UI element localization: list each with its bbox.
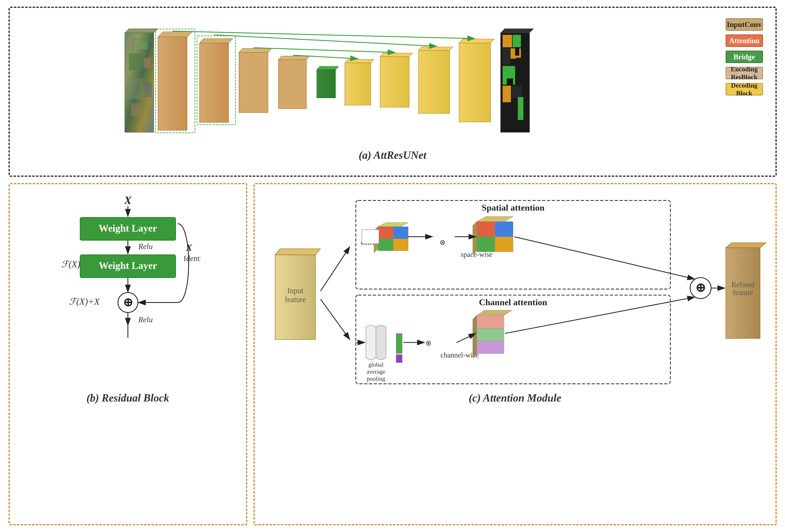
attention-panel: Spatial attention Channel attention Inpu… (253, 183, 777, 525)
bridge-block (317, 66, 338, 98)
svg-text:⊕: ⊕ (695, 281, 706, 294)
svg-rect-28 (317, 70, 335, 98)
svg-rect-6 (144, 58, 151, 68)
svg-rect-55 (515, 47, 519, 56)
legend-item-inputconv: InputConv (726, 18, 763, 31)
svg-text:⊕: ⊕ (123, 296, 133, 309)
svg-text:X: X (185, 243, 193, 253)
svg-rect-104 (495, 237, 513, 252)
network-diagram (123, 16, 662, 145)
svg-rect-54 (507, 78, 513, 85)
svg-rect-52 (503, 103, 517, 122)
dec-block-3 (419, 47, 453, 113)
svg-text:Relu: Relu (138, 315, 153, 324)
legend-box-bridge: Bridge (726, 51, 763, 63)
svg-marker-36 (419, 47, 453, 50)
svg-rect-40 (459, 43, 490, 122)
svg-rect-53 (518, 97, 524, 120)
svg-rect-51 (512, 86, 522, 98)
svg-rect-50 (503, 86, 511, 102)
svg-text:Weight Layer: Weight Layer (99, 223, 157, 234)
svg-rect-117 (477, 341, 504, 353)
svg-rect-7 (127, 78, 144, 99)
svg-line-88 (320, 247, 350, 291)
svg-text:Channel attention: Channel attention (479, 297, 547, 307)
svg-rect-9 (131, 103, 142, 116)
legend-label-bridge: Bridge (734, 53, 755, 61)
output-image (501, 29, 534, 132)
top-panel-title: (a) AttResUNet (359, 149, 426, 161)
svg-text:⊗: ⊗ (425, 339, 431, 347)
svg-rect-96 (393, 239, 408, 251)
svg-text:Weight Layer: Weight Layer (99, 260, 157, 271)
svg-text:feature: feature (733, 289, 753, 297)
svg-rect-102 (495, 221, 513, 237)
main-container: InputConv Attention Bridge Encoding ResB… (8, 7, 777, 525)
svg-text:X: X (124, 194, 132, 206)
residual-panel: X Weight Layer Relu ℱ(X) Weight Layer (8, 183, 247, 525)
svg-rect-45 (513, 35, 521, 47)
svg-rect-8 (146, 83, 152, 97)
svg-marker-39 (459, 39, 494, 43)
svg-rect-103 (477, 237, 495, 252)
svg-text:Relu: Relu (138, 242, 153, 251)
svg-marker-13 (158, 32, 192, 37)
svg-text:pooling: pooling (366, 375, 385, 382)
svg-marker-114 (473, 315, 477, 358)
svg-rect-22 (239, 53, 268, 113)
legend-label-decoding: Decoding Block (726, 81, 762, 97)
input-image (125, 29, 158, 132)
svg-marker-30 (345, 59, 374, 63)
svg-marker-24 (278, 56, 309, 60)
svg-text:feature: feature (285, 295, 306, 304)
svg-text:Input: Input (287, 286, 304, 295)
svg-rect-101 (477, 221, 495, 237)
attention-diagram: Spatial attention Channel attention Inpu… (263, 192, 767, 390)
legend-item-decoding: Decoding Block (726, 83, 763, 96)
svg-rect-14 (158, 37, 187, 130)
svg-marker-21 (239, 48, 272, 53)
svg-rect-44 (503, 35, 512, 47)
residual-block-title: (b) Residual Block (86, 392, 169, 404)
svg-marker-33 (380, 53, 412, 57)
channel-gap: global average pooling (366, 325, 386, 382)
refined-feature-3d: Refined feature (726, 243, 766, 339)
svg-rect-31 (345, 63, 371, 105)
legend-box-attention: Attention (726, 34, 763, 47)
svg-rect-49 (516, 58, 523, 83)
dec-block-4 (459, 39, 494, 122)
svg-rect-46 (503, 48, 510, 65)
legend-label-attention: Attention (729, 36, 759, 45)
legend-item-bridge: Bridge (726, 51, 763, 63)
svg-marker-100 (473, 221, 477, 255)
enc-block-3 (239, 48, 272, 113)
svg-text:average: average (366, 368, 385, 375)
svg-text:⊗: ⊗ (439, 238, 445, 246)
svg-text:Identity: Identity (183, 254, 201, 263)
spatial-result-cube (473, 217, 513, 255)
legend-item-encoding: Encoding ResBlock (726, 67, 763, 79)
svg-text:Refined: Refined (731, 281, 755, 289)
svg-rect-18 (200, 43, 229, 123)
legend-box-encoding: Encoding ResBlock (726, 67, 763, 79)
svg-marker-42 (501, 29, 534, 33)
svg-rect-109 (396, 334, 402, 353)
svg-text:Spatial attention: Spatial attention (481, 203, 545, 212)
svg-rect-110 (396, 354, 402, 363)
svg-marker-123 (726, 243, 766, 248)
dec-block-1 (345, 59, 374, 105)
svg-rect-131 (362, 230, 379, 244)
legend-item-attention: Attention (726, 34, 763, 47)
svg-rect-116 (477, 328, 504, 341)
svg-rect-34 (380, 57, 409, 107)
legend-box-decoding: Decoding Block (726, 83, 763, 96)
svg-marker-84 (275, 249, 321, 255)
enc-block-2 (200, 38, 233, 123)
svg-rect-37 (419, 50, 450, 113)
svg-text:ℱ(X): ℱ(X) (61, 259, 80, 269)
svg-marker-17 (200, 38, 233, 43)
attention-module-title: (c) Attention Module (469, 392, 561, 404)
svg-rect-95 (378, 239, 393, 251)
dec-block-2 (380, 53, 412, 107)
residual-diagram: X Weight Layer Relu ℱ(X) Weight Layer (55, 192, 201, 390)
